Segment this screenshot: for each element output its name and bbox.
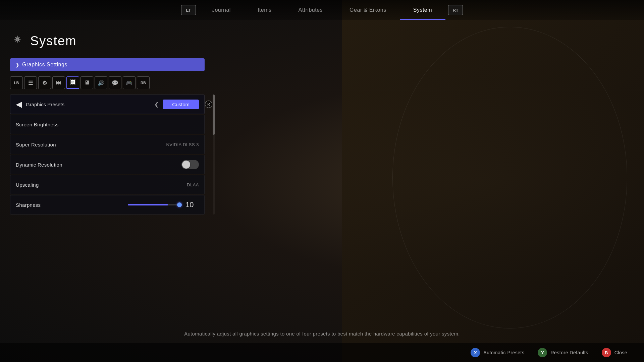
upscaling-value: DLAA <box>187 182 199 187</box>
automatic-presets-label: Automatic Presets <box>483 350 524 355</box>
monitor-icon: 🖥 <box>84 80 90 86</box>
r-button-indicator: R <box>205 101 212 108</box>
list-icon: ☰ <box>28 80 33 86</box>
audio-icon: 🔊 <box>98 80 104 86</box>
section-title-row: System <box>10 34 218 48</box>
sharpness-slider-thumb <box>177 202 182 207</box>
top-navigation: LT Journal Items Attributes Gear & Eikon… <box>0 0 644 20</box>
tab-display[interactable]: 🖼 <box>66 76 79 89</box>
upscaling-label: Upscaling <box>16 182 39 188</box>
lt-button[interactable]: LT <box>181 5 196 15</box>
bottom-action-bar: X Automatic Presets Y Restore Defaults B… <box>0 343 644 362</box>
restore-defaults-button[interactable]: Y Restore Defaults <box>538 348 588 357</box>
scrollbar[interactable] <box>213 95 215 215</box>
tab-items[interactable]: Items <box>244 0 285 20</box>
y-button-icon: Y <box>538 348 547 357</box>
tab-gear-sub[interactable]: ⚙ <box>38 76 51 89</box>
nav-tabs: Journal Items Attributes Gear & Eikons S… <box>199 0 445 20</box>
x-button-icon: X <box>471 348 480 357</box>
tab-rb[interactable]: RB <box>137 76 150 89</box>
system-icon <box>10 34 25 48</box>
b-button-icon: B <box>602 348 611 357</box>
bottom-description: Automatically adjust all graphics settin… <box>0 325 644 342</box>
setting-super-resolution[interactable]: Super Resolution NVIDIA DLSS 3 <box>10 135 205 154</box>
sharpness-label: Sharpness <box>16 202 41 208</box>
lb-label: LB <box>14 81 19 85</box>
close-label: Close <box>614 350 627 355</box>
presets-left: ◀ Graphics Presets <box>16 100 64 109</box>
tab-monitor[interactable]: 🖥 <box>80 76 93 89</box>
sharpness-slider-container[interactable]: 10 <box>128 200 199 209</box>
tab-gear[interactable]: Gear & Eikons <box>336 0 400 20</box>
setting-screen-brightness[interactable]: Screen Brightness <box>10 115 205 134</box>
chat-icon: 💬 <box>112 80 118 86</box>
settings-list: Screen Brightness Super Resolution NVIDI… <box>10 115 205 215</box>
section-chevron-icon: ❯ <box>15 62 19 67</box>
sub-tabs-row: LB ☰ ⚙ ⏭ 🖼 🖥 🔊 💬 🎮 RB <box>10 76 205 89</box>
tab-attributes[interactable]: Attributes <box>285 0 336 20</box>
display-icon: 🖼 <box>70 79 75 85</box>
section-header-label: Graphics Settings <box>22 62 67 68</box>
dynamic-resolution-label: Dynamic Resolution <box>16 162 62 168</box>
super-resolution-value: NVIDIA DLSS 3 <box>166 142 199 147</box>
graphics-settings-header[interactable]: ❯ Graphics Settings <box>10 58 205 71</box>
tab-controller[interactable]: 🎮 <box>123 76 136 89</box>
rt-button[interactable]: RT <box>448 5 463 15</box>
setting-upscaling[interactable]: Upscaling DLAA <box>10 175 205 194</box>
settings-scroll-area: ◀ Graphics Presets ❮ Custom R Screen Bri… <box>10 95 215 215</box>
restore-defaults-label: Restore Defaults <box>550 350 588 355</box>
tab-system[interactable]: System <box>400 0 445 20</box>
automatic-presets-button[interactable]: X Automatic Presets <box>471 348 524 357</box>
close-button[interactable]: B Close <box>602 348 627 357</box>
scrollbar-thumb <box>213 95 215 135</box>
screen-brightness-label: Screen Brightness <box>16 122 59 127</box>
sharpness-slider-track[interactable] <box>128 204 181 205</box>
graphics-presets-row[interactable]: ◀ Graphics Presets ❮ Custom R <box>10 95 205 114</box>
rb-label: RB <box>141 81 146 85</box>
main-content: System ❯ Graphics Settings LB ☰ ⚙ ⏭ 🖼 🖥 … <box>0 20 218 342</box>
sharpness-slider-fill <box>128 204 168 205</box>
controller-icon: 🎮 <box>126 80 132 86</box>
tab-journal[interactable]: Journal <box>199 0 244 20</box>
toggle-knob <box>182 161 190 169</box>
description-text: Automatically adjust all graphics settin… <box>184 331 460 337</box>
preset-value-badge: Custom <box>163 100 199 109</box>
skip-icon: ⏭ <box>56 80 61 86</box>
cursor-arrow-icon: ◀ <box>16 100 22 109</box>
presets-label: Graphics Presets <box>26 102 64 107</box>
setting-dynamic-resolution[interactable]: Dynamic Resolution <box>10 155 205 174</box>
tab-audio[interactable]: 🔊 <box>95 76 107 89</box>
gear-sub-icon: ⚙ <box>42 80 47 86</box>
setting-sharpness[interactable]: Sharpness 10 <box>10 195 205 215</box>
super-resolution-label: Super Resolution <box>16 142 56 147</box>
tab-lb[interactable]: LB <box>10 76 23 89</box>
presets-chevron-icon: ❮ <box>154 101 159 108</box>
tab-list[interactable]: ☰ <box>24 76 37 89</box>
tab-skip[interactable]: ⏭ <box>52 76 65 89</box>
tab-chat[interactable]: 💬 <box>109 76 121 89</box>
sharpness-value: 10 <box>185 200 199 209</box>
arc-decoration <box>392 27 627 328</box>
page-title: System <box>30 34 77 48</box>
dynamic-resolution-toggle[interactable] <box>181 160 199 169</box>
